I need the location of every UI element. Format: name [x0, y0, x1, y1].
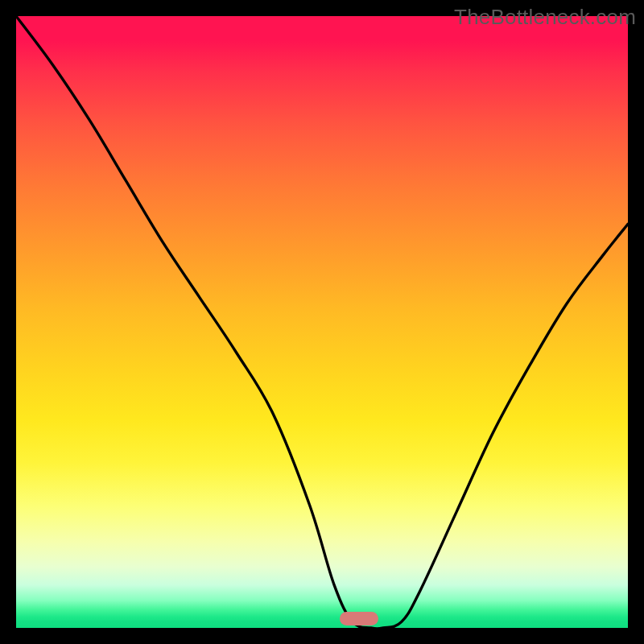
plot-area: [16, 16, 628, 628]
chart-frame: TheBottleneck.com: [0, 0, 644, 644]
watermark-text: TheBottleneck.com: [454, 5, 636, 30]
optimal-point-marker: [340, 612, 378, 625]
bottleneck-curve: [16, 16, 628, 628]
